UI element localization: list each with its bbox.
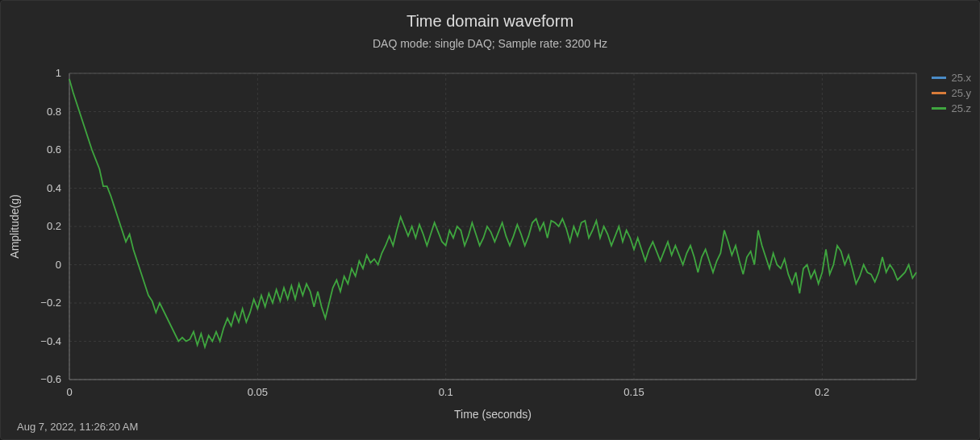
chart-plot-area[interactable]: −0.6−0.4−0.200.20.40.60.8100.050.10.150.… (1, 57, 979, 428)
legend-label: 25.y (951, 87, 971, 99)
svg-text:0.15: 0.15 (623, 386, 644, 398)
svg-text:1: 1 (56, 67, 61, 79)
chart-subtitle: DAQ mode: single DAQ; Sample rate: 3200 … (1, 31, 979, 50)
svg-text:0.2: 0.2 (47, 220, 61, 232)
svg-text:0.1: 0.1 (439, 386, 453, 398)
svg-text:0.2: 0.2 (815, 386, 829, 398)
svg-text:−0.6: −0.6 (40, 373, 61, 385)
legend-item-25.z[interactable]: 25.z (932, 102, 971, 114)
svg-text:Amplitude(g): Amplitude(g) (8, 194, 21, 258)
legend-label: 25.z (951, 102, 971, 114)
timestamp-label: Aug 7, 2022, 11:26:20 AM (17, 421, 138, 433)
series-line-25.z (69, 79, 916, 347)
svg-text:0.6: 0.6 (47, 143, 61, 156)
svg-text:0.4: 0.4 (47, 182, 61, 194)
chart-panel: Time domain waveform DAQ mode: single DA… (0, 0, 980, 440)
svg-text:0: 0 (66, 386, 72, 398)
chart-legend: 25.x25.y25.z (932, 72, 971, 118)
svg-text:−0.4: −0.4 (40, 335, 61, 347)
legend-label: 25.x (951, 72, 971, 84)
legend-item-25.x[interactable]: 25.x (932, 72, 971, 84)
svg-text:0.05: 0.05 (248, 386, 268, 398)
svg-text:0.8: 0.8 (47, 106, 61, 118)
chart-title: Time domain waveform (1, 1, 979, 31)
svg-text:0: 0 (56, 259, 61, 271)
legend-item-25.y[interactable]: 25.y (932, 87, 971, 99)
legend-swatch (932, 77, 946, 79)
legend-swatch (932, 92, 946, 94)
svg-text:Time (seconds): Time (seconds) (454, 408, 532, 421)
legend-swatch (932, 107, 946, 110)
svg-text:−0.2: −0.2 (40, 297, 61, 309)
